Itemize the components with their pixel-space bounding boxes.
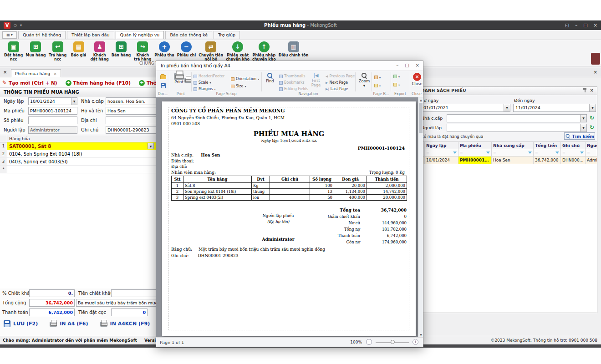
dialog-minimize-button[interactable]: – xyxy=(396,63,398,68)
grid-col-header[interactable]: Mã phiếu xyxy=(458,142,492,149)
ribbon-button[interactable]: ▣Đặt hàng ncc xyxy=(3,41,24,62)
window-resize-icon[interactable]: ◱ xyxy=(565,23,569,28)
send-email-button[interactable]: ▾ xyxy=(393,83,400,86)
filter-cell[interactable]: = xyxy=(458,149,492,156)
close-preview-button[interactable]: × Close xyxy=(411,73,423,86)
filter-supplier-input[interactable]: ▼ xyxy=(447,114,587,122)
zoom-button[interactable]: Zoom ▾ xyxy=(358,73,371,88)
action-button[interactable]: IN A4KCN (F9) xyxy=(100,320,150,327)
filter-cell[interactable]: = xyxy=(534,149,561,156)
quick-access-dropdown-icon[interactable]: ▾ xyxy=(20,23,22,27)
export-document-button[interactable]: ▾ xyxy=(393,75,400,78)
tab-phieu-mua-hang[interactable]: Phiếu mua hàng × xyxy=(11,69,61,77)
equals-filter-icon[interactable]: = xyxy=(587,149,590,156)
action-button[interactable]: IN A4 (F6) xyxy=(50,320,88,327)
ribbon-button[interactable]: ⊞Bán hàng xyxy=(110,41,132,57)
ribbon-tab[interactable]: Quản trị hệ thống xyxy=(18,31,66,39)
zoom-in-button[interactable]: + xyxy=(413,339,418,345)
item-cell[interactable] xyxy=(7,166,9,173)
grid-cell[interactable]: DHN00001-290823 xyxy=(561,157,586,164)
discount-amt-input[interactable] xyxy=(111,289,160,297)
bookmarks-button[interactable]: Bookmarks xyxy=(279,81,305,85)
filter-cell[interactable]: = xyxy=(561,149,586,156)
window-maximize-button[interactable]: □ xyxy=(583,23,587,28)
ribbon-button[interactable]: ⇄Chuyển tiền nội bộ xyxy=(197,41,224,62)
ribbon-button[interactable]: ⊞Mua hàng xyxy=(24,41,47,57)
quick-access-icon[interactable]: ○ xyxy=(14,23,17,27)
close-panel-icon[interactable]: × xyxy=(594,70,597,75)
toolbar-link[interactable]: +Thêm hàng hóa (F10) xyxy=(66,80,131,86)
close-tab-left-icon[interactable]: × xyxy=(3,70,7,75)
funnel-icon[interactable] xyxy=(580,152,584,154)
next-page-button[interactable]: ▶Next Page xyxy=(326,81,348,85)
action-button[interactable]: LƯU (F2) xyxy=(4,320,38,327)
scroll-up-icon[interactable]: ▲ xyxy=(418,98,423,101)
ribbon-button[interactable]: ↓Phiếu xuất chuyển kho xyxy=(224,41,251,62)
to-date-input[interactable]: 11/01/2024▼ xyxy=(513,104,596,112)
ribbon-button[interactable]: ▥Điều chỉnh tồn xyxy=(277,41,310,57)
last-page-button[interactable]: ▶|Last Page xyxy=(326,87,348,91)
ribbon-tab[interactable]: Thiết lập ban đầu xyxy=(67,31,114,39)
item-cell[interactable]: 0403, Spring ext 0403(5l) xyxy=(7,158,68,165)
ribbon-tab[interactable]: Quản lý nghiệp vụ xyxy=(116,31,164,39)
grid-cell[interactable]: 10/01/2024 xyxy=(425,157,458,164)
grid-col-header[interactable]: Người xyxy=(586,142,597,149)
quick-print-icon[interactable] xyxy=(184,78,192,83)
funnel-icon[interactable] xyxy=(486,152,490,154)
grid-cell[interactable]: PMH00001-100124 xyxy=(458,157,492,164)
equals-filter-icon[interactable]: = xyxy=(493,149,496,156)
ribbon-tab[interactable]: Báo cáo thống kê xyxy=(165,31,212,39)
ribbon-button[interactable]: ↪Khách trả hàng xyxy=(132,41,153,62)
orientation-button[interactable]: Orientation▾ xyxy=(231,77,259,81)
search-button[interactable]: Tìm kiếm xyxy=(564,132,595,140)
discount-pct-input[interactable]: 0. xyxy=(29,289,75,297)
dropdown-icon[interactable]: ▼ xyxy=(148,143,154,149)
item-cell[interactable]: 0104, Sơn Spring Ext 0104 (18l) xyxy=(7,150,82,157)
item-cell[interactable]: SAT00001, Sắt 8 xyxy=(7,142,51,150)
refresh-icon[interactable]: ↻ xyxy=(590,125,594,130)
deposit-input[interactable]: 0 xyxy=(111,308,148,316)
tab-close-icon[interactable]: × xyxy=(53,70,57,77)
ribbon-button[interactable]: −Phiếu chi xyxy=(176,41,197,57)
zoom-out-button[interactable]: − xyxy=(366,339,372,345)
watermark-button[interactable]: ▾ xyxy=(374,84,381,87)
ribbon-button[interactable]: ↑Phiếu nhập chuyển kho xyxy=(251,41,277,62)
zoom-slider-thumb[interactable] xyxy=(391,340,395,344)
editing-fields-button[interactable]: Editing Fields xyxy=(279,87,308,91)
ribbon-collapse-button[interactable] xyxy=(591,53,600,65)
filter-creator-input[interactable]: ▼ xyxy=(447,124,587,132)
chevron-down-icon[interactable]: ▼ xyxy=(71,98,77,105)
window-close-button[interactable]: × xyxy=(594,23,597,28)
save-document-icon[interactable] xyxy=(161,83,166,88)
grid-data-row[interactable]: ▸10/01/2024PMH00001-100124Hoa Sen36,742,… xyxy=(418,157,597,164)
close-panel-icon[interactable]: × xyxy=(590,88,594,93)
header-footer-button[interactable]: Header/Footer xyxy=(194,74,224,78)
grid-col-header[interactable]: Nhà cung cấp xyxy=(492,142,534,149)
dialog-titlebar[interactable]: In phiếu bán hàng khổ giấy A4 – □ × xyxy=(156,61,423,71)
grid-cell[interactable]: Administrator xyxy=(586,157,597,164)
equals-filter-icon[interactable]: = xyxy=(562,149,565,156)
funnel-icon[interactable] xyxy=(453,152,457,154)
equals-filter-icon[interactable]: = xyxy=(426,149,429,156)
equals-filter-icon[interactable]: = xyxy=(460,149,463,156)
chevron-down-icon[interactable]: ▼ xyxy=(504,104,510,111)
ribbon-button[interactable]: ▤Báo giá xyxy=(68,41,89,57)
preview-scrollbar[interactable]: ▲ ▼ xyxy=(418,97,423,337)
grid-col-header[interactable]: Ngày lập xyxy=(425,142,458,149)
chevron-down-icon[interactable]: ▼ xyxy=(589,104,596,111)
find-button[interactable]: Find xyxy=(264,73,276,84)
number-input[interactable] xyxy=(28,116,77,124)
dialog-close-button[interactable]: × xyxy=(416,63,419,68)
chevron-down-icon[interactable]: ▼ xyxy=(580,124,586,131)
previous-page-button[interactable]: ◀Previous Page xyxy=(326,74,355,78)
grid-cell[interactable]: 36,742,000 xyxy=(534,157,561,164)
ribbon-button[interactable]: ↩Trả hàng ncc xyxy=(47,41,68,62)
ribbon-button[interactable]: +Phiếu thu xyxy=(153,41,175,57)
grid-filter-row[interactable]: ====== xyxy=(418,149,597,157)
scroll-down-icon[interactable]: ▼ xyxy=(418,333,423,336)
grid-cell[interactable]: Hoa Sen xyxy=(492,157,534,164)
margins-button[interactable]: Margins▾ xyxy=(194,87,216,91)
thumbnails-button[interactable]: Thumbnails xyxy=(279,74,305,78)
app-menu-button[interactable]: ▦▾ xyxy=(2,31,17,39)
page-background-button[interactable]: ▾ xyxy=(374,76,381,79)
